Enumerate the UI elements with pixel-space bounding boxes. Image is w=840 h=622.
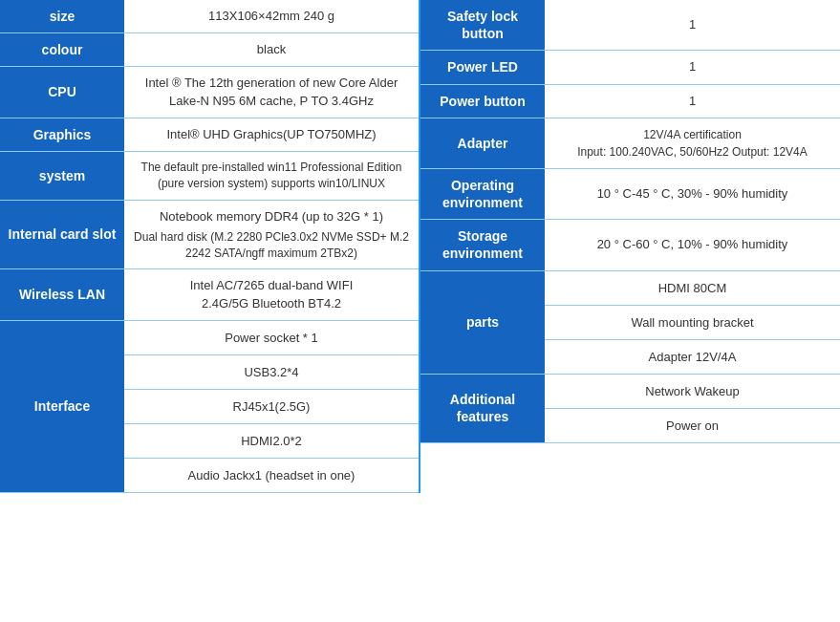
interface-values: Power socket * 1 USB3.2*4 RJ45x1(2.5G) H… [124, 321, 419, 492]
operating-env-row: Operating environment 10 ° C-45 ° C, 30%… [420, 169, 840, 220]
interface-label: Interface [0, 321, 124, 492]
cpu-label: CPU [0, 67, 124, 117]
parts-item-1: Wall mounting bracket [545, 306, 840, 340]
parts-item-0: HDMI 80CM [545, 271, 840, 306]
left-panel: size 113X106×42mm 240 g colour black CPU… [0, 0, 420, 493]
parts-values: HDMI 80CM Wall mounting bracket Adapter … [545, 271, 840, 374]
graphics-value: Intel® UHD Graphics(UP TO750MHZ) [124, 118, 419, 151]
colour-value: black [124, 33, 419, 66]
safety-lock-label: Safety lock button [420, 0, 545, 50]
internal-card-slot-value-1: Notebook memory DDR4 (up to 32G * 1) [160, 208, 383, 225]
additional-label: Additional features [420, 375, 545, 442]
graphics-label: Graphics [0, 118, 124, 151]
system-label: system [0, 152, 124, 200]
wireless-lan-label: Wireless LAN [0, 269, 124, 319]
right-panel: Safety lock button 1 Power LED 1 Power b… [420, 0, 840, 493]
additional-block: Additional features Network Wakeup Power… [420, 375, 840, 443]
adapter-row: Adapter 12V/4A certification Input: 100.… [420, 118, 840, 169]
system-value: The default pre-installed win11 Professi… [124, 152, 419, 200]
interface-item-1: USB3.2*4 [124, 355, 419, 390]
interface-item-0: Power socket * 1 [124, 321, 419, 355]
interface-item-2: RJ45x1(2.5G) [124, 390, 419, 424]
size-row: size 113X106×42mm 240 g [0, 0, 419, 33]
adapter-value: 12V/4A certification Input: 100.240VAC, … [545, 118, 840, 168]
size-value: 113X106×42mm 240 g [124, 0, 419, 32]
operating-env-value: 10 ° C-45 ° C, 30% - 90% humidity [545, 169, 840, 219]
parts-label: parts [420, 271, 545, 374]
colour-row: colour black [0, 33, 419, 67]
size-label: size [0, 0, 124, 32]
interface-item-4: Audio Jackx1 (headset in one) [124, 459, 419, 492]
storage-env-label: Storage environment [420, 220, 545, 269]
operating-env-label: Operating environment [420, 169, 545, 219]
interface-block: Interface Power socket * 1 USB3.2*4 RJ45… [0, 321, 419, 493]
internal-card-slot-row: Internal card slot Notebook memory DDR4 … [0, 201, 419, 270]
safety-lock-row: Safety lock button 1 [420, 0, 840, 51]
additional-item-1: Power on [545, 409, 840, 442]
colour-label: colour [0, 33, 124, 66]
storage-env-value: 20 ° C-60 ° C, 10% - 90% humidity [545, 220, 840, 269]
graphics-row: Graphics Intel® UHD Graphics(UP TO750MHZ… [0, 118, 419, 152]
wireless-lan-value: Intel AC/7265 dual-band WIFI 2.4G/5G Blu… [124, 269, 419, 319]
power-button-label: Power button [420, 85, 545, 118]
power-led-value: 1 [545, 51, 840, 83]
interface-item-3: HDMI2.0*2 [124, 424, 419, 459]
storage-env-row: Storage environment 20 ° C-60 ° C, 10% -… [420, 220, 840, 270]
internal-card-slot-label: Internal card slot [0, 201, 124, 269]
wireless-lan-row: Wireless LAN Intel AC/7265 dual-band WIF… [0, 269, 419, 320]
power-led-label: Power LED [420, 51, 545, 83]
power-button-row: Power button 1 [420, 85, 840, 118]
internal-card-slot-value-2: Dual hard disk (M.2 2280 PCle3.0x2 NVMe … [134, 229, 409, 262]
spec-table: size 113X106×42mm 240 g colour black CPU… [0, 0, 840, 493]
additional-values: Network Wakeup Power on [545, 375, 840, 442]
additional-item-0: Network Wakeup [545, 375, 840, 409]
cpu-value: Intel ® The 12th generation of new Core … [124, 67, 419, 117]
cpu-row: CPU Intel ® The 12th generation of new C… [0, 67, 419, 118]
safety-lock-value: 1 [545, 0, 840, 50]
system-row: system The default pre-installed win11 P… [0, 152, 419, 201]
internal-card-slot-value: Notebook memory DDR4 (up to 32G * 1) Dua… [124, 201, 419, 269]
parts-block: parts HDMI 80CM Wall mounting bracket Ad… [420, 271, 840, 375]
power-button-value: 1 [545, 85, 840, 118]
adapter-label: Adapter [420, 118, 545, 168]
parts-item-2: Adapter 12V/4A [545, 340, 840, 374]
power-led-row: Power LED 1 [420, 51, 840, 84]
